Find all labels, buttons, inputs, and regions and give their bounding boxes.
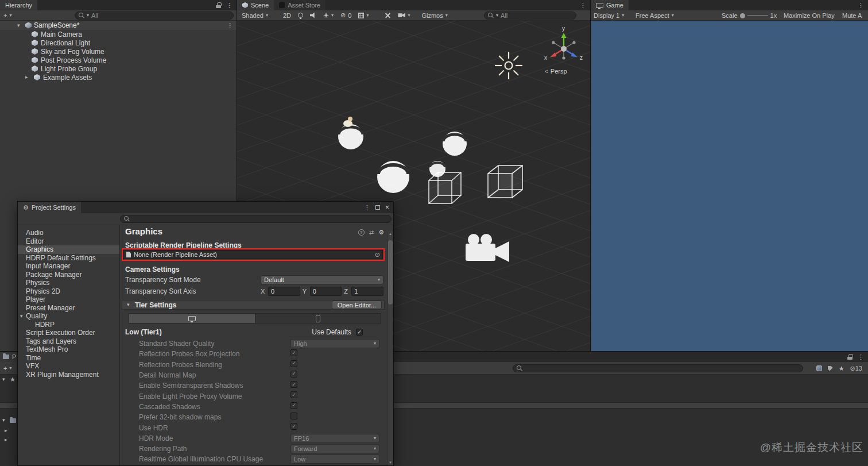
settings-scrollbar[interactable]: ▲ ▼ [387,231,393,465]
favorites-filter-icon[interactable]: ★ [839,365,844,372]
cube-object[interactable] [488,165,522,198]
slider-knob[interactable] [740,13,745,18]
draw-mode-dropdown[interactable]: Shaded ▾ [238,10,272,20]
settings-category-audio[interactable]: Audio [18,229,119,237]
axis-x-input[interactable]: 0 [268,287,300,296]
tier-checkbox[interactable]: ✓ [290,402,297,409]
tree-foldout[interactable]: ▸ [5,437,10,442]
scroll-up-icon[interactable]: ▲ [388,232,393,236]
maximize-on-play-button[interactable]: Maximize On Play [784,10,835,21]
tier-settings-header[interactable]: ▾ Tier Settings Open Editor... [122,300,385,310]
mute-audio-button[interactable]: Mute A [842,10,862,21]
hierarchy-item[interactable]: Directional Light [0,38,237,47]
hidden-objects-toggle[interactable]: ⊘ 0 [337,10,355,20]
maximize-icon[interactable] [375,205,380,210]
tab-project[interactable]: P [0,352,17,362]
lock-icon[interactable] [847,354,852,360]
scene-lighting-toggle[interactable] [294,10,307,20]
tier-checkbox[interactable]: ✓ [290,381,297,388]
game-viewport[interactable] [591,21,868,351]
kebab-menu-icon[interactable]: ⋮ [858,2,864,9]
scene-camera-dropdown[interactable]: ▾ [394,10,413,20]
tab-project-settings[interactable]: ⚙ Project Settings [18,202,81,213]
settings-category-graphics[interactable]: Graphics [18,245,119,254]
presets-icon[interactable]: ⇄ [369,229,374,236]
settings-category-time[interactable]: Time [18,354,119,363]
settings-category-package-manager[interactable]: Package Manager [18,271,119,279]
character-figure[interactable] [343,117,352,127]
persp-toggle[interactable]: < Persp [545,68,567,75]
toggle-2d-button[interactable]: 2D [280,10,294,20]
tier-checkbox[interactable]: ✓ [290,423,297,430]
search-filter-caret-icon[interactable]: ▾ [87,13,89,18]
hierarchy-item[interactable]: Light Probe Group [0,64,237,73]
settings-category-xr-plugin-management[interactable]: XR Plugin Management [18,371,119,379]
assets-foldout[interactable]: ▾ [2,418,16,423]
project-search-input[interactable] [513,364,803,372]
grid-visibility-dropdown[interactable]: ▾ [355,10,372,20]
favorites-foldout[interactable]: ▾ ★ [2,376,16,383]
axis-y-input[interactable]: 0 [310,287,342,296]
tree-foldout[interactable]: ▸ [5,428,10,433]
axis-z-input[interactable]: 1 [351,287,383,296]
settings-category-physics[interactable]: Physics [18,279,119,287]
scene-effects-dropdown[interactable]: ▾ [320,10,337,20]
tier-checkbox[interactable]: ✓ [290,371,297,378]
srp-object-field[interactable]: None (Render Pipeline Asset) ⊙ [123,250,383,259]
camera-gizmo[interactable] [466,234,509,262]
settings-category-hdrp-default-settings[interactable]: HDRP Default Settings [18,254,119,263]
sphere-object[interactable] [377,161,409,193]
hierarchy-item[interactable]: Post Process Volume [0,56,237,64]
kebab-menu-icon[interactable]: ⋮ [226,2,232,9]
scene-search-input[interactable]: ▾ All [484,11,576,20]
settings-category-textmesh-pro[interactable]: TextMesh Pro [18,345,119,354]
settings-category-tags-and-layers[interactable]: Tags and Layers [18,337,119,346]
tier-checkbox[interactable]: ✓ [290,391,297,398]
scene-header-row[interactable]: ▾ SampleScene* ⋮ [0,21,237,30]
hierarchy-item[interactable]: Main Camera [0,30,237,38]
tier-checkbox[interactable]: ✓ [290,349,297,356]
sphere-object[interactable] [338,124,363,149]
settings-category-physics-2d[interactable]: Physics 2D [18,287,119,296]
use-defaults-checkbox[interactable]: ✓ [356,329,363,336]
kebab-menu-icon[interactable]: ⋮ [858,354,864,360]
type-filter-icon[interactable] [816,365,822,371]
help-icon[interactable]: ? [358,229,365,236]
tab-game[interactable]: Game [591,0,629,10]
hierarchy-item[interactable]: ▸Example Assets [0,73,237,82]
scrollbar-thumb[interactable] [388,240,393,305]
tier-dropdown[interactable]: High▾ [290,339,379,348]
scroll-down-icon[interactable]: ▼ [388,461,393,464]
settings-category-quality[interactable]: ▾Quality [18,312,119,321]
settings-category-script-execution-order[interactable]: Script Execution Order [18,329,119,337]
search-filter-caret-icon[interactable]: ▾ [496,13,498,18]
lock-icon[interactable] [216,2,221,8]
kebab-menu-icon[interactable]: ⋮ [580,2,586,9]
tab-asset-store[interactable]: Asset Store [274,0,326,10]
display-dropdown[interactable]: Display 1 ▾ [594,10,624,21]
scene-tools-button[interactable] [381,10,394,20]
settings-category-preset-manager[interactable]: Preset Manager [18,304,119,313]
tab-hierarchy[interactable]: Hierarchy [0,0,37,10]
project-hidden-count[interactable]: ⊘13 [850,365,862,372]
foldout-open-icon[interactable]: ▾ [17,23,23,28]
settings-category-hdrp[interactable]: HDRP [18,321,119,329]
cube-object[interactable] [429,172,461,203]
tab-scene[interactable]: Scene [237,0,274,10]
close-icon[interactable]: × [385,204,389,211]
platform-tab-mobile[interactable] [255,314,381,323]
foldout-open-icon[interactable]: ▾ [20,314,26,319]
scene-audio-toggle[interactable] [307,10,320,20]
settings-category-editor[interactable]: Editor [18,237,119,246]
kebab-menu-icon[interactable]: ⋮ [364,205,370,211]
tier-dropdown[interactable]: Low▾ [290,455,379,464]
settings-category-vfx[interactable]: VFX [18,362,119,371]
settings-category-player[interactable]: Player [18,295,119,304]
foldout-closed-icon[interactable]: ▸ [25,75,31,80]
axis-x-label[interactable]: x [544,55,547,61]
aspect-dropdown[interactable]: Free Aspect ▾ [636,10,674,21]
settings-search-input[interactable] [120,215,392,223]
project-add-button[interactable]: + ▾ [0,362,15,374]
slider-track[interactable] [747,15,768,16]
open-editor-button[interactable]: Open Editor... [332,301,382,309]
